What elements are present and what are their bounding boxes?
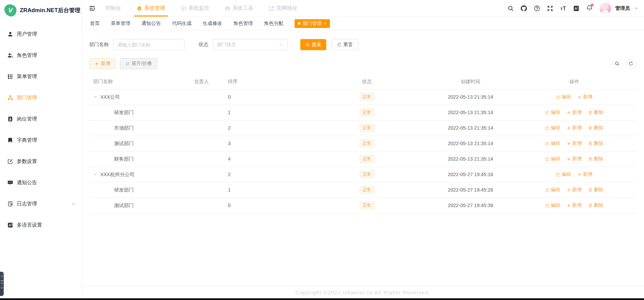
page-content: 部门名称 状态 部门状态 搜索 重置 新增 [82,30,644,298]
add-link[interactable]: 新增 [567,187,582,193]
sidebar-item-label: 字典管理 [17,137,37,143]
collapse-sidebar-icon[interactable] [85,5,99,11]
delete-link[interactable]: 删除 [588,156,603,162]
column-header-5: 操作 [512,74,637,89]
add-link[interactable]: 新增 [567,125,582,131]
delete-link[interactable]: 删除 [588,187,603,193]
toggle-search-button[interactable] [612,59,622,69]
add-link[interactable]: 新增 [567,202,582,208]
help-icon[interactable] [534,5,540,11]
leader-cell [190,89,224,105]
app-logo[interactable]: V ZRAdmin.NET后台管理 [0,0,81,21]
refresh-table-button[interactable] [626,59,636,69]
tab-1[interactable]: 菜单管理 [111,20,130,27]
fullscreen-icon[interactable] [547,5,553,11]
github-icon[interactable] [521,5,527,11]
sidebar-item-3[interactable]: 部门管理 [0,87,81,108]
column-header-3: 状态 [305,74,429,89]
delete-link[interactable]: 删除 [588,202,603,208]
username[interactable]: 管理员 [615,5,630,11]
edit-link[interactable]: 编辑 [545,140,560,146]
tab-3[interactable]: 代码生成 [172,20,192,27]
trash-icon [588,157,592,161]
edit-link[interactable]: 编辑 [545,156,560,162]
expand-collapse-button[interactable]: 展开/折叠 [120,58,157,69]
topnav-item-0[interactable]: 控制台 [105,0,121,16]
ops-cell: 编辑新增删除 [512,105,637,120]
tab-4[interactable]: 生成修改 [203,20,222,27]
add-link[interactable]: 新增 [567,156,582,162]
tab-2[interactable]: 通知公告 [141,20,161,27]
add-link[interactable]: 新增 [567,109,582,115]
sidebar-item-6[interactable]: 参数设置 [0,151,81,172]
topnav-item-1[interactable]: 系统管理 [137,0,165,16]
tab-6[interactable]: 角色分配 [264,20,283,27]
dept-name-input[interactable] [113,39,184,50]
dept-name-cell: 研发部门 [89,105,190,120]
add-link[interactable]: 新增 [567,140,582,146]
plus-icon [567,188,571,192]
translate-icon[interactable] [573,5,579,11]
add-button[interactable]: 新增 [89,58,116,69]
sidebar-item-7[interactable]: 通知公告 [0,172,81,193]
filter-form: 部门名称 状态 部门状态 搜索 重置 [89,39,637,50]
search-icon[interactable] [508,5,514,11]
delete-link[interactable]: 删除 [588,125,603,131]
topnav-item-2[interactable]: 系统监控 [181,0,209,16]
table-row: 测试部门0正常2022-05-27 19:45:39编辑新增删除 [89,198,637,213]
close-tab-icon[interactable]: × [324,21,327,26]
delete-link[interactable]: 删除 [588,109,603,115]
copyright-text: Copyright ©2022 izhaorui.cn All Rights R… [296,290,431,295]
topnav-item-label: 系统工具 [233,5,253,12]
reset-refresh-icon [337,42,341,47]
chevron-down-icon[interactable] [93,172,97,176]
add-link[interactable]: 新增 [577,94,592,100]
edit-link-label: 编辑 [551,140,560,146]
tab-7[interactable]: 部门管理× [295,19,330,28]
delete-link[interactable]: 删除 [588,140,603,146]
dept-name-cell: 研发部门 [89,182,190,198]
edit-link[interactable]: 编辑 [545,125,560,131]
notifications-button[interactable] [586,5,592,12]
sidebar-item-8[interactable]: 日志管理 [0,193,81,214]
topnav-item-4[interactable]: 官网地址 [269,0,298,16]
column-header-0: 部门名称 [89,74,190,89]
status-cell: 正常 [305,182,429,198]
edit-link[interactable]: 编辑 [556,171,571,177]
tab-label: 角色分配 [264,21,283,26]
sidebar-item-0[interactable]: 用户管理 [0,24,81,45]
reset-button[interactable]: 重置 [332,39,358,50]
ops-cell: 编辑新增 [512,89,637,105]
sidebar-item-1[interactable]: 角色管理 [0,45,81,66]
add-link[interactable]: 新增 [577,171,592,177]
table-row: 测试部门3正常2022-05-13 21:35:14编辑新增删除 [89,136,637,151]
delete-link-label: 删除 [594,109,603,115]
leader-cell [190,105,224,120]
search-button[interactable]: 搜索 [300,39,326,50]
plus-icon [567,126,571,130]
sidebar-item-2[interactable]: 菜单管理 [0,66,81,87]
edit-link[interactable]: 编辑 [545,202,560,208]
tab-0[interactable]: 首页 [90,20,100,27]
edit-link[interactable]: 编辑 [556,94,571,100]
trash-icon [588,126,592,130]
refresh-icon [629,61,633,66]
status-cell: 正常 [305,105,429,120]
topnav-item-3[interactable]: 系统工具 [225,0,253,16]
edit-link[interactable]: 编辑 [545,187,560,193]
avatar[interactable] [600,3,611,14]
sidebar-item-5[interactable]: 字典管理 [0,130,81,151]
status-select[interactable]: 部门状态 [213,39,287,50]
user-menu-chevron-icon[interactable] [634,6,639,10]
dept-name: 研发部门 [114,187,134,193]
tab-5[interactable]: 角色管理 [233,20,253,27]
edit-link[interactable]: 编辑 [545,109,560,115]
font-size-icon[interactable] [560,5,566,11]
column-header-4: 创建时间 [429,74,512,89]
sidebar-item-9[interactable]: 多语言设置 [0,214,81,236]
sidebar-item-4[interactable]: 岗位管理 [0,108,81,130]
column-header-2: 排序 [224,74,305,89]
sort-cell: 3 [224,136,305,151]
chevron-down-icon[interactable] [93,95,97,99]
created-time-cell: 2022-05-13 21:35:14 [429,105,512,120]
